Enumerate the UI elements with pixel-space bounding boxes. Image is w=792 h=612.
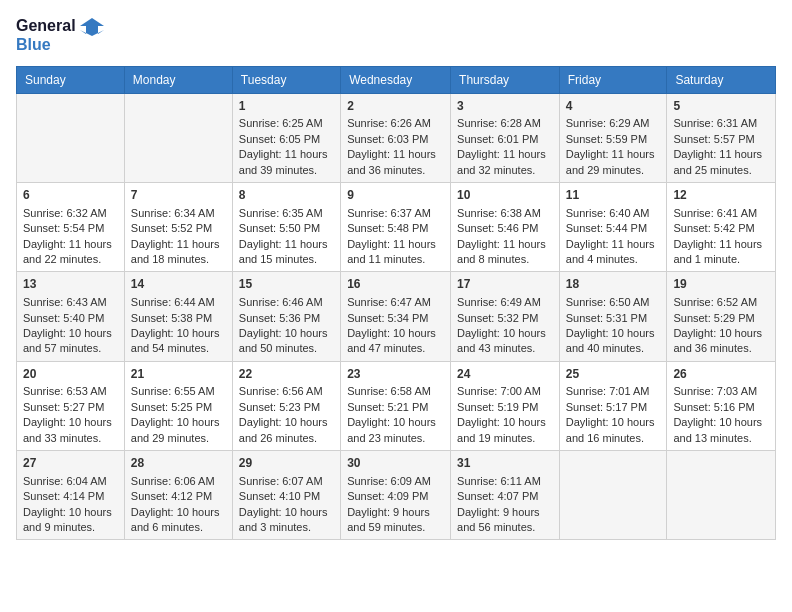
day-info-line: Sunset: 6:01 PM [457,132,553,147]
day-info-line: Sunset: 5:21 PM [347,400,444,415]
weekday-header-thursday: Thursday [451,66,560,93]
day-info-line: Sunrise: 7:01 AM [566,384,661,399]
day-number: 10 [457,187,553,204]
day-info-line: Sunrise: 6:49 AM [457,295,553,310]
page-header: General Blue [16,16,776,54]
day-info-line: Daylight: 10 hours and 57 minutes. [23,326,118,357]
day-info-line: Daylight: 11 hours and 8 minutes. [457,237,553,268]
day-info-line: Sunset: 5:19 PM [457,400,553,415]
calendar-cell: 12Sunrise: 6:41 AMSunset: 5:42 PMDayligh… [667,182,776,271]
day-info-line: Sunrise: 6:29 AM [566,116,661,131]
calendar-cell: 2Sunrise: 6:26 AMSunset: 6:03 PMDaylight… [341,93,451,182]
calendar-cell: 28Sunrise: 6:06 AMSunset: 4:12 PMDayligh… [124,451,232,540]
day-info-line: Sunrise: 6:41 AM [673,206,769,221]
day-info-line: Sunset: 5:17 PM [566,400,661,415]
day-info-line: Daylight: 10 hours and 33 minutes. [23,415,118,446]
day-info-line: Sunrise: 6:26 AM [347,116,444,131]
day-info-line: Sunrise: 6:34 AM [131,206,226,221]
day-info-line: Sunset: 5:29 PM [673,311,769,326]
day-number: 5 [673,98,769,115]
day-info-line: Daylight: 10 hours and 54 minutes. [131,326,226,357]
day-info-line: Daylight: 11 hours and 4 minutes. [566,237,661,268]
day-number: 18 [566,276,661,293]
day-info-line: Sunset: 5:48 PM [347,221,444,236]
calendar-cell: 9Sunrise: 6:37 AMSunset: 5:48 PMDaylight… [341,182,451,271]
day-number: 31 [457,455,553,472]
calendar-cell: 4Sunrise: 6:29 AMSunset: 5:59 PMDaylight… [559,93,667,182]
day-info-line: Sunrise: 6:58 AM [347,384,444,399]
day-info-line: Sunrise: 6:35 AM [239,206,334,221]
logo-text: General Blue [16,16,106,54]
weekday-header-tuesday: Tuesday [232,66,340,93]
day-info-line: Daylight: 10 hours and 23 minutes. [347,415,444,446]
day-number: 28 [131,455,226,472]
calendar-cell: 10Sunrise: 6:38 AMSunset: 5:46 PMDayligh… [451,182,560,271]
day-info-line: Daylight: 11 hours and 32 minutes. [457,147,553,178]
day-number: 1 [239,98,334,115]
day-number: 7 [131,187,226,204]
day-number: 16 [347,276,444,293]
day-info-line: Sunset: 4:12 PM [131,489,226,504]
calendar-cell: 29Sunrise: 6:07 AMSunset: 4:10 PMDayligh… [232,451,340,540]
calendar-cell: 26Sunrise: 7:03 AMSunset: 5:16 PMDayligh… [667,361,776,450]
day-number: 24 [457,366,553,383]
day-info-line: Sunset: 5:32 PM [457,311,553,326]
logo: General Blue [16,16,106,54]
calendar-week-row: 6Sunrise: 6:32 AMSunset: 5:54 PMDaylight… [17,182,776,271]
calendar-cell [667,451,776,540]
day-number: 9 [347,187,444,204]
calendar-cell [559,451,667,540]
calendar-cell: 5Sunrise: 6:31 AMSunset: 5:57 PMDaylight… [667,93,776,182]
day-info-line: Sunrise: 6:44 AM [131,295,226,310]
day-number: 30 [347,455,444,472]
calendar-cell: 14Sunrise: 6:44 AMSunset: 5:38 PMDayligh… [124,272,232,361]
weekday-header-row: SundayMondayTuesdayWednesdayThursdayFrid… [17,66,776,93]
day-info-line: Sunset: 5:38 PM [131,311,226,326]
day-info-line: Sunset: 5:40 PM [23,311,118,326]
day-info-line: Sunrise: 6:52 AM [673,295,769,310]
calendar-cell [124,93,232,182]
day-info-line: Sunrise: 6:55 AM [131,384,226,399]
day-number: 26 [673,366,769,383]
day-info-line: Sunset: 5:52 PM [131,221,226,236]
day-info-line: Daylight: 11 hours and 18 minutes. [131,237,226,268]
day-info-line: Sunrise: 6:25 AM [239,116,334,131]
day-info-line: Sunset: 5:23 PM [239,400,334,415]
calendar-cell: 7Sunrise: 6:34 AMSunset: 5:52 PMDaylight… [124,182,232,271]
day-info-line: Sunset: 6:03 PM [347,132,444,147]
calendar-cell: 18Sunrise: 6:50 AMSunset: 5:31 PMDayligh… [559,272,667,361]
calendar-cell: 24Sunrise: 7:00 AMSunset: 5:19 PMDayligh… [451,361,560,450]
day-info-line: Sunset: 4:10 PM [239,489,334,504]
calendar-cell: 13Sunrise: 6:43 AMSunset: 5:40 PMDayligh… [17,272,125,361]
calendar-cell: 19Sunrise: 6:52 AMSunset: 5:29 PMDayligh… [667,272,776,361]
day-info-line: Sunset: 4:14 PM [23,489,118,504]
weekday-header-monday: Monday [124,66,232,93]
weekday-header-wednesday: Wednesday [341,66,451,93]
calendar-cell: 21Sunrise: 6:55 AMSunset: 5:25 PMDayligh… [124,361,232,450]
day-number: 19 [673,276,769,293]
day-info-line: Sunset: 4:07 PM [457,489,553,504]
day-info-line: Daylight: 11 hours and 1 minute. [673,237,769,268]
day-info-line: Daylight: 10 hours and 26 minutes. [239,415,334,446]
weekday-header-friday: Friday [559,66,667,93]
day-number: 2 [347,98,444,115]
day-info-line: Sunrise: 6:11 AM [457,474,553,489]
calendar-cell: 8Sunrise: 6:35 AMSunset: 5:50 PMDaylight… [232,182,340,271]
day-number: 22 [239,366,334,383]
day-info-line: Sunset: 5:27 PM [23,400,118,415]
day-info-line: Sunrise: 6:31 AM [673,116,769,131]
day-number: 23 [347,366,444,383]
day-number: 3 [457,98,553,115]
day-info-line: Sunset: 5:36 PM [239,311,334,326]
day-info-line: Sunrise: 6:43 AM [23,295,118,310]
weekday-header-saturday: Saturday [667,66,776,93]
day-info-line: Daylight: 10 hours and 9 minutes. [23,505,118,536]
day-number: 8 [239,187,334,204]
day-info-line: Sunset: 6:05 PM [239,132,334,147]
day-info-line: Daylight: 9 hours and 56 minutes. [457,505,553,536]
day-info-line: Sunrise: 6:38 AM [457,206,553,221]
day-number: 11 [566,187,661,204]
day-info-line: Sunset: 5:34 PM [347,311,444,326]
weekday-header-sunday: Sunday [17,66,125,93]
day-info-line: Daylight: 10 hours and 6 minutes. [131,505,226,536]
